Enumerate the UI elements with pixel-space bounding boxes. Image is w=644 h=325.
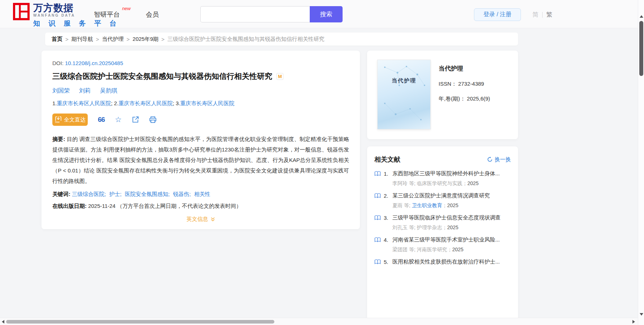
journal-name-link[interactable]: 当代护理 [439, 64, 490, 73]
vertical-scroll-thumb[interactable] [639, 21, 643, 76]
keywords-label: 关键词: [52, 191, 70, 197]
lang-simplified[interactable]: 简 [532, 10, 539, 19]
abstract: 摘要: 目的 调查三级综合医院护士对医院安全氛围的感知水平，为医院管理者优化职业… [52, 134, 349, 186]
related-authors: 刘孔玉 等; [392, 224, 415, 230]
related-title: 相关文献 [374, 155, 400, 164]
print-icon[interactable] [149, 116, 157, 123]
breadcrumb-separator: > [127, 36, 130, 42]
doi-link[interactable]: 10.12208/j.cn.20250485 [65, 60, 123, 66]
refresh-related-button[interactable]: 换一换 [487, 156, 511, 163]
related-journal: 河南医学研究 [417, 247, 447, 252]
breadcrumb-journal-nav[interactable]: 期刊导航 [71, 36, 93, 43]
double-chevron-down-icon [210, 217, 215, 222]
affil-num: 2. [114, 100, 119, 106]
book-icon [374, 215, 381, 221]
author-link[interactable]: 刘国荣 [52, 87, 70, 95]
lang-traditional[interactable]: 繁 [546, 10, 552, 19]
login-register-button[interactable]: 登录 / 注册 [474, 8, 521, 21]
keywords-row: 关键词: 三级综合医院; 护士; 医院安全氛围感知; 锐器伤; 相关性 [52, 191, 349, 198]
article-title: 三级综合医院护士医院安全氛围感知与其锐器伤知信行相关性研究 [52, 71, 272, 81]
online-date-note: （万方平台首次上网日期，不代表论文的发表时间） [117, 203, 242, 209]
nav-zhiyan-platform[interactable]: 智研平台 new [94, 10, 120, 19]
affiliation-link[interactable]: 重庆市长寿区人民医院 [57, 100, 111, 106]
keyword-link[interactable]: 锐器伤 [173, 191, 189, 197]
affiliation-link[interactable]: 重庆市长寿区人民医院 [180, 100, 234, 106]
related-article-link[interactable]: 某三级公立医院护士满意度情况调查研究 [392, 192, 490, 199]
nav-member[interactable]: 会员 [146, 10, 159, 19]
fulltext-button[interactable]: free 全文直达 [52, 114, 88, 126]
keyword-link[interactable]: 医院安全氛围感知 [125, 191, 168, 197]
breadcrumb-home[interactable]: 首页 [52, 36, 62, 43]
scroll-down-arrow[interactable] [640, 313, 643, 316]
journal-card: 当代护理 当代护理 ISSN： 2732-4389 年,卷(期)： 2025,6… [367, 51, 518, 139]
favorite-star-icon[interactable]: ☆ [115, 116, 122, 123]
author-link[interactable]: 吴韵琪 [100, 87, 117, 95]
cite-icon[interactable]: 66 [98, 116, 105, 124]
cover-journal-title: 当代护理 [378, 77, 430, 84]
top-header: 万方数据 WANFANG DATA 知 识 服 务 平 台 智研平台 new 会… [0, 0, 644, 28]
scroll-up-arrow[interactable] [640, 15, 643, 18]
affil-sep: ; [111, 100, 113, 106]
related-authors: 夏雨 等; [392, 202, 410, 208]
related-article-link[interactable]: 医用粘胶相关性皮肤损伤在放射治疗科护士... [392, 258, 500, 265]
search-bar: 搜索 [200, 6, 343, 22]
book-icon [374, 193, 381, 198]
scroll-right-arrow[interactable] [632, 320, 635, 324]
related-article-link[interactable]: 东西部地区三级甲等医院神经外科护士身体... [392, 170, 500, 177]
abstract-label: 摘要: [52, 136, 65, 142]
search-input[interactable] [200, 6, 310, 22]
related-article-link[interactable]: 三级甲等医院临床护士信息安全态度现状调查 [392, 214, 501, 221]
article-card: DOI: 10.12208/j.cn.20250485 三级综合医院护士医院安全… [42, 51, 360, 229]
share-export-icon[interactable] [132, 116, 139, 123]
affil-sep: ; [173, 100, 174, 106]
related-journal-link[interactable]: 卫生职业教育 [412, 202, 442, 208]
online-date-label: 在线出版日期: [52, 203, 87, 209]
related-item: 3. 三级甲等医院临床护士信息安全态度现状调查 刘孔玉 等; 护理学杂志；202… [374, 214, 511, 231]
author-link[interactable]: 刘莉 [79, 87, 91, 95]
issn-label: ISSN： [439, 81, 457, 87]
book-icon [374, 237, 381, 243]
keyword-link[interactable]: 相关性 [194, 191, 210, 197]
breadcrumb-separator: > [96, 36, 99, 42]
affiliation-link[interactable]: 重庆市长寿区人民医院 [118, 100, 173, 106]
keyword-link[interactable]: 三级综合医院 [72, 191, 104, 197]
wanfang-logo-icon [13, 3, 30, 20]
related-journal: 护理学杂志 [417, 224, 442, 230]
affil-num: 1. [52, 100, 57, 106]
svg-text:free: free [55, 121, 60, 123]
free-download-icon: free [55, 116, 62, 124]
related-item: 2. 某三级公立医院护士满意度情况调查研究 夏雨 等; 卫生职业教育；2025 [374, 192, 511, 209]
language-switch: 简 繁 [532, 10, 552, 19]
related-year: 2025 [447, 202, 458, 208]
related-authors: 梁团团 等; [392, 247, 415, 252]
abstract-text: 目的 调查三级综合医院护士对医院安全氛围的感知水平，为医院管理者优化职业安全管理… [52, 136, 349, 184]
breadcrumb-issue[interactable]: 2025年9期 [132, 36, 158, 43]
issn-value: 2732-4389 [458, 81, 484, 87]
volume-label: 年,卷(期)： [439, 95, 465, 102]
book-icon [374, 259, 381, 265]
related-articles-card: 相关文献 换一换 1. 东西部地区三级甲等医院神经外科护士身体... 李阿玲 等… [367, 146, 518, 325]
scroll-left-arrow[interactable] [2, 320, 4, 324]
related-journal: 临床医学研究与实践 [417, 180, 462, 186]
volume-value: 2025,6(9) [467, 95, 490, 102]
horizontal-scrollbar[interactable] [0, 318, 638, 325]
brand-tagline: 知 识 服 务 平 台 [33, 19, 119, 28]
affil-num: 3. [176, 100, 180, 106]
journal-cover[interactable]: 当代护理 [377, 60, 431, 129]
search-button[interactable]: 搜索 [310, 6, 343, 22]
refresh-icon [487, 157, 493, 162]
related-year: 2025 [452, 247, 464, 252]
breadcrumb-separator: > [65, 36, 69, 42]
online-date: 2025-11-24 [88, 203, 116, 209]
keyword-link[interactable]: 护士 [109, 191, 120, 197]
breadcrumb-journal[interactable]: 当代护理 [102, 36, 124, 43]
vertical-scrollbar[interactable] [638, 0, 644, 325]
related-item: 1. 东西部地区三级甲等医院神经外科护士身体... 李阿玲 等; 临床医学研究与… [374, 170, 511, 187]
related-article-link[interactable]: 河南省某三级甲等医院手术室护士职业风险... [392, 236, 500, 243]
english-info-toggle[interactable]: 英文信息 [52, 216, 349, 223]
breadcrumb: 首页 > 期刊导航 > 当代护理 > 2025年9期 > 三级综合医院护士医院安… [45, 33, 518, 46]
medline-badge: M [277, 73, 283, 80]
affiliations-row: 1.重庆市长寿区人民医院; 2.重庆市长寿区人民医院; 3.重庆市长寿区人民医院 [52, 100, 349, 107]
horizontal-scroll-thumb[interactable] [6, 320, 274, 324]
online-date-row: 在线出版日期: 2025-11-24 （万方平台首次上网日期，不代表论文的发表时… [52, 203, 349, 210]
